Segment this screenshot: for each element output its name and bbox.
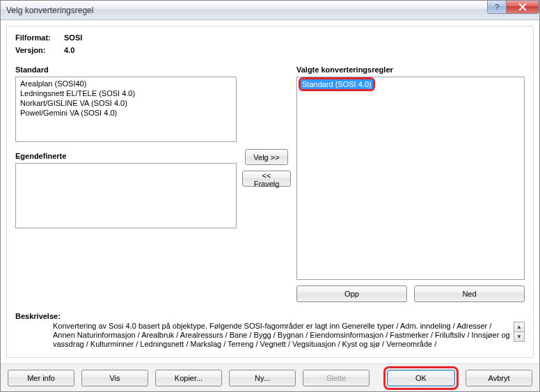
description-section: Beskrivelse: Konvertering av Sosi 4.0 ba…	[15, 312, 525, 349]
help-icon: ?	[495, 3, 499, 11]
dialog-window: Velg konverteringsregel ? Filformat: SOS…	[0, 0, 540, 392]
list-item[interactable]: Arealplan (SOSI40)	[19, 79, 233, 88]
standard-label: Standard	[15, 65, 237, 74]
meta-version-row: Versjon: 4.0	[15, 46, 525, 54]
meta-format-row: Filformat: SOSI	[15, 33, 525, 42]
titlebar: Velg konverteringsregel ?	[1, 1, 539, 20]
right-column: Valgte konverteringsregler Standard (SOS…	[296, 65, 525, 302]
highlight-marker: Standard (SOSI 4.0)	[299, 77, 375, 91]
close-icon	[518, 3, 527, 11]
help-button[interactable]: ?	[487, 0, 507, 14]
left-column: Standard Arealplan (SOSI40) Ledningsnett…	[15, 65, 237, 302]
selected-rules-listbox[interactable]: Standard (SOSI 4.0)	[296, 77, 525, 280]
scroll-up-button[interactable]: ▲	[514, 322, 525, 332]
up-down-row: Opp Ned	[296, 285, 525, 302]
middle-column: Velg >> << Fravelg	[242, 65, 291, 302]
standard-listbox[interactable]: Arealplan (SOSI40) Ledningsnett EL/TELE …	[15, 77, 237, 142]
show-button[interactable]: Vis	[81, 370, 148, 386]
list-item[interactable]: Ledningsnett EL/TELE (SOSI 4.0)	[19, 88, 233, 98]
format-value: SOSI	[64, 33, 82, 42]
user-defined-label: Egendefinerte	[15, 152, 237, 160]
list-item[interactable]: Standard (SOSI 4.0)	[301, 79, 373, 89]
description-body: Konvertering av Sosi 4.0 basert på objek…	[53, 322, 525, 349]
description-scroll: ▲ ▼	[514, 322, 525, 341]
version-value: 4.0	[64, 46, 74, 54]
user-defined-listbox[interactable]	[15, 163, 237, 228]
chevron-up-icon: ▲	[516, 322, 522, 331]
ok-button[interactable]: OK	[387, 370, 455, 386]
window-controls: ?	[488, 0, 539, 14]
list-item[interactable]: Powel/Gemini VA (SOSI 4.0)	[19, 108, 233, 118]
cancel-button[interactable]: Avbryt	[466, 370, 532, 386]
close-button[interactable]	[506, 0, 539, 14]
selected-rules-label: Valgte konverteringsregler	[296, 65, 525, 74]
description-label: Beskrivelse:	[15, 312, 61, 320]
deselect-button[interactable]: << Fravelg	[242, 171, 291, 187]
main-group: Filformat: SOSI Versjon: 4.0 Standard Ar…	[6, 26, 534, 358]
scroll-down-button[interactable]: ▼	[514, 331, 525, 342]
select-button[interactable]: Velg >>	[245, 149, 288, 165]
new-button[interactable]: Ny...	[229, 370, 296, 386]
copy-button[interactable]: Kopier...	[155, 370, 222, 386]
up-button[interactable]: Opp	[296, 285, 407, 302]
bottom-button-bar: Mer info Vis Kopier... Ny... Slette OK A…	[1, 363, 539, 391]
dialog-content: Filformat: SOSI Versjon: 4.0 Standard Ar…	[1, 20, 539, 363]
window-title: Velg konverteringsregel	[6, 6, 93, 15]
more-info-button[interactable]: Mer info	[8, 370, 74, 386]
chevron-down-icon: ▼	[516, 332, 522, 341]
description-text: Konvertering av Sosi 4.0 basert på objek…	[53, 322, 510, 348]
format-label: Filformat:	[15, 33, 64, 42]
down-button[interactable]: Ned	[414, 285, 525, 302]
delete-button: Slette	[303, 370, 370, 386]
list-item[interactable]: Norkart/GISLINE VA (SOSI 4.0)	[19, 98, 233, 108]
columns: Standard Arealplan (SOSI40) Ledningsnett…	[15, 65, 525, 302]
highlight-marker: OK	[383, 366, 459, 390]
version-label: Versjon:	[15, 46, 64, 54]
